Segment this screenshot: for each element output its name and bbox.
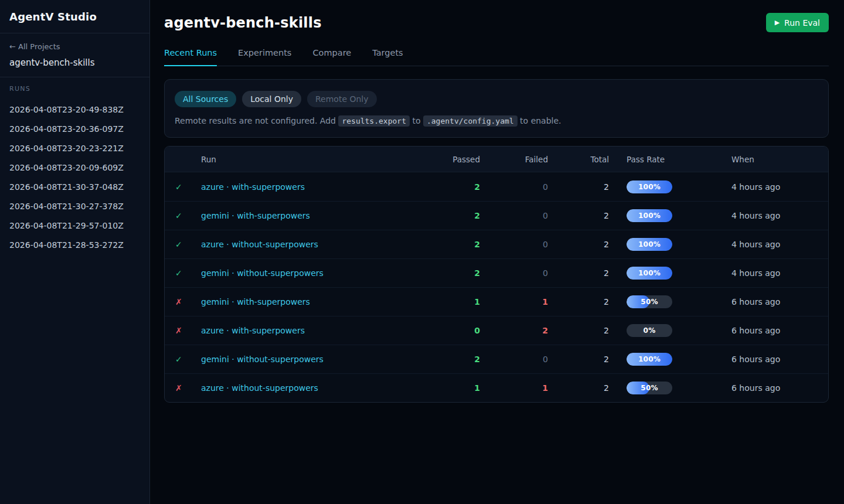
passed-count: 2	[427, 211, 485, 220]
sidebar-run-item[interactable]: 2026-04-08T23-20-09-609Z	[9, 158, 140, 178]
tab-bar: Recent RunsExperimentsCompareTargets	[164, 48, 829, 66]
failed-count: 1	[485, 383, 553, 393]
failed-count: 0	[485, 268, 553, 278]
run-link[interactable]: azure · with-superpowers	[201, 326, 305, 335]
filter-pill-local-only[interactable]: Local Only	[242, 91, 301, 107]
table-header: Run Passed Failed Total Pass Rate When	[165, 147, 828, 172]
page-title: agentv-bench-skills	[164, 15, 322, 31]
total-count: 2	[553, 355, 614, 364]
total-count: 2	[553, 297, 614, 307]
sidebar-run-item[interactable]: 2026-04-08T23-20-49-838Z	[9, 100, 140, 120]
sidebar-run-item[interactable]: 2026-04-08T21-28-53-272Z	[9, 236, 140, 255]
total-count: 2	[553, 240, 614, 249]
table-row: ✗ gemini · with-superpowers 1 1 2 50% 6 …	[165, 287, 828, 316]
tab-compare[interactable]: Compare	[312, 48, 351, 66]
when-label: 4 hours ago	[731, 182, 828, 192]
failed-count: 0	[485, 211, 553, 220]
pass-rate-label: 100%	[627, 181, 672, 193]
failed-count: 2	[485, 326, 553, 335]
table-row: ✓ azure · without-superpowers 2 0 2 100%…	[165, 230, 828, 258]
failed-count: 1	[485, 297, 553, 307]
passed-count: 0	[427, 326, 485, 335]
app-title: AgentV Studio	[9, 11, 140, 23]
when-label: 4 hours ago	[731, 211, 828, 220]
pass-rate-badge: 50%	[627, 382, 672, 394]
tab-recent-runs[interactable]: Recent Runs	[164, 48, 217, 66]
pass-rate-label: 100%	[627, 353, 672, 366]
when-column-header: When	[731, 155, 828, 164]
source-filter-pills: All SourcesLocal OnlyRemote Only	[175, 91, 818, 107]
sidebar-run-item[interactable]: 2026-04-08T23-20-23-221Z	[9, 139, 140, 158]
pass-rate-label: 100%	[627, 209, 672, 222]
source-filter-panel: All SourcesLocal OnlyRemote Only Remote …	[164, 79, 829, 138]
runs-list: 2026-04-08T23-20-49-838Z2026-04-08T23-20…	[9, 100, 140, 255]
pass-rate-label: 50%	[627, 382, 672, 394]
table-row: ✓ gemini · without-superpowers 2 0 2 100…	[165, 258, 828, 287]
run-link[interactable]: azure · without-superpowers	[201, 240, 318, 249]
run-eval-button[interactable]: ▶ Run Eval	[766, 13, 829, 32]
all-projects-link[interactable]: ← All Projects	[9, 42, 140, 51]
when-label: 4 hours ago	[731, 268, 828, 278]
play-icon: ▶	[775, 19, 780, 26]
total-count: 2	[553, 182, 614, 192]
run-column-header: Run	[201, 155, 427, 164]
run-eval-label: Run Eval	[784, 18, 820, 28]
passed-count: 1	[427, 383, 485, 393]
when-label: 6 hours ago	[731, 355, 828, 364]
failed-column-header: Failed	[485, 155, 553, 164]
sidebar-run-item[interactable]: 2026-04-08T23-20-36-097Z	[9, 120, 140, 139]
pass-rate-label: 50%	[627, 295, 672, 308]
main-header: agentv-bench-skills ▶ Run Eval	[164, 0, 829, 32]
x-icon: ✗	[175, 297, 182, 307]
total-count: 2	[553, 383, 614, 393]
filter-pill-all-sources[interactable]: All Sources	[175, 91, 236, 107]
passed-count: 2	[427, 268, 485, 278]
run-link[interactable]: gemini · with-superpowers	[201, 211, 310, 220]
sidebar-project-section: ← All Projects agentv-bench-skills	[0, 33, 149, 77]
run-link[interactable]: gemini · with-superpowers	[201, 297, 310, 307]
run-link[interactable]: azure · without-superpowers	[201, 383, 318, 393]
pass-rate-badge: 0%	[627, 324, 672, 337]
tab-targets[interactable]: Targets	[372, 48, 403, 66]
passed-count: 2	[427, 182, 485, 192]
note-text: Remote results are not configured. Add	[175, 116, 338, 125]
check-icon: ✓	[175, 211, 182, 220]
x-icon: ✗	[175, 326, 182, 335]
table-row: ✗ azure · with-superpowers 0 2 2 0% 6 ho…	[165, 316, 828, 345]
failed-count: 0	[485, 355, 553, 364]
passed-count: 2	[427, 355, 485, 364]
run-link[interactable]: gemini · without-superpowers	[201, 268, 324, 278]
table-row: ✗ azure · without-superpowers 1 1 2 50% …	[165, 373, 828, 402]
pass-rate-badge: 50%	[627, 295, 672, 308]
sidebar-project-name[interactable]: agentv-bench-skills	[9, 57, 140, 68]
total-count: 2	[553, 326, 614, 335]
when-label: 6 hours ago	[731, 383, 828, 393]
failed-count: 0	[485, 182, 553, 192]
tab-experiments[interactable]: Experiments	[238, 48, 291, 66]
check-icon: ✓	[175, 240, 182, 249]
run-link[interactable]: gemini · without-superpowers	[201, 355, 324, 364]
sidebar-run-item[interactable]: 2026-04-08T21-30-37-048Z	[9, 178, 140, 197]
runs-section-label: RUNS	[9, 85, 140, 93]
sidebar: AgentV Studio ← All Projects agentv-benc…	[0, 0, 150, 504]
passed-column-header: Passed	[427, 155, 485, 164]
total-count: 2	[553, 211, 614, 220]
table-body: ✓ azure · with-superpowers 2 0 2 100% 4 …	[165, 172, 828, 402]
pass-rate-label: 100%	[627, 267, 672, 280]
total-column-header: Total	[553, 155, 614, 164]
pass-rate-label: 100%	[627, 238, 672, 251]
sidebar-run-item[interactable]: 2026-04-08T21-29-57-010Z	[9, 216, 140, 236]
when-label: 6 hours ago	[731, 297, 828, 307]
sidebar-run-item[interactable]: 2026-04-08T21-30-27-378Z	[9, 197, 140, 216]
table-row: ✓ azure · with-superpowers 2 0 2 100% 4 …	[165, 172, 828, 201]
pass-rate-badge: 100%	[627, 238, 672, 251]
check-icon: ✓	[175, 182, 182, 192]
run-link[interactable]: azure · with-superpowers	[201, 182, 305, 192]
runs-table: Run Passed Failed Total Pass Rate When ✓…	[164, 146, 829, 403]
runs-section: RUNS 2026-04-08T23-20-49-838Z2026-04-08T…	[0, 77, 149, 263]
code-config-yaml: .agentv/config.yaml	[423, 115, 518, 127]
table-row: ✓ gemini · without-superpowers 2 0 2 100…	[165, 345, 828, 373]
pass-rate-badge: 100%	[627, 209, 672, 222]
note-text: to	[410, 116, 423, 125]
failed-count: 0	[485, 240, 553, 249]
